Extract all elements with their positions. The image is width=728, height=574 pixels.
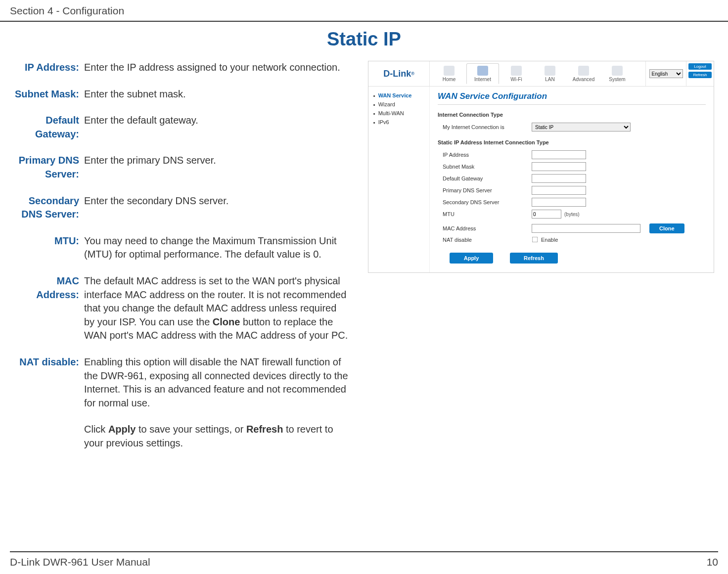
nat-enable-text: Enable: [541, 237, 558, 243]
sidebar: WAN Service Wizard Multi-WAN IPv6: [368, 87, 430, 272]
sidebar-item-multi-wan[interactable]: Multi-WAN: [373, 110, 425, 116]
action-row: Apply Refresh: [438, 253, 706, 264]
def-desc: You may need to change the Maximum Trans…: [83, 234, 348, 262]
label-nat-disable: NAT disable: [443, 237, 532, 243]
def-desc: Enter the subnet mask.: [83, 88, 348, 101]
apply-note: Click Apply to save your settings, or Re…: [84, 423, 348, 450]
reg-mark: ®: [411, 71, 414, 76]
bold-apply: Apply: [108, 424, 136, 435]
row-primary-dns: Primary DNS Server: [438, 186, 706, 195]
content-wrap: IP Address: Enter the IP address assigne…: [0, 61, 728, 463]
nav-label: System: [609, 77, 625, 82]
def-desc: Enter the IP address assigned to your ne…: [83, 61, 348, 75]
section-head-conn-type: Internet Connection Type: [438, 112, 706, 118]
advanced-icon: [578, 66, 589, 76]
label-primary-dns: Primary DNS Server: [443, 187, 532, 193]
def-term: MTU:: [12, 234, 83, 262]
def-desc: Enter the default gateway.: [83, 114, 348, 141]
lan-icon: [545, 66, 555, 76]
nav-label: Home: [443, 77, 456, 82]
definitions-list: IP Address: Enter the IP address assigne…: [12, 61, 348, 463]
refresh-button[interactable]: Refresh: [510, 253, 558, 264]
top-refresh-button[interactable]: Refresh: [688, 72, 712, 78]
def-desc: Enter the primary DNS server.: [83, 154, 348, 181]
def-default-gateway: Default Gateway: Enter the default gatew…: [12, 114, 348, 141]
primary-dns-input[interactable]: [532, 186, 586, 195]
screenshot-wrap: D-Link® Home Internet Wi-Fi: [348, 61, 716, 273]
def-term: MAC Address:: [12, 274, 83, 343]
default-gateway-input[interactable]: [532, 174, 586, 183]
label-secondary-dns: Secondary DNS Server: [443, 199, 532, 205]
nav-label: LAN: [545, 77, 554, 82]
row-mac-address: MAC Address Clone: [438, 223, 706, 233]
text: Click: [84, 424, 108, 435]
row-ip-address: IP Address: [438, 150, 706, 159]
def-subnet-mask: Subnet Mask: Enter the subnet mask.: [12, 88, 348, 101]
def-ip-address: IP Address: Enter the IP address assigne…: [12, 61, 348, 75]
label-mac-address: MAC Address: [443, 225, 532, 231]
home-icon: [444, 66, 455, 76]
nat-disable-checkbox[interactable]: [532, 237, 538, 243]
nav-internet[interactable]: Internet: [466, 63, 499, 84]
def-desc: Enabling this option will disable the NA…: [83, 355, 348, 450]
nav-home[interactable]: Home: [433, 63, 465, 84]
row-default-gateway: Default Gateway: [438, 174, 706, 183]
router-screenshot: D-Link® Home Internet Wi-Fi: [368, 61, 714, 273]
brand-text: D-Link: [383, 69, 411, 79]
def-term: IP Address:: [12, 61, 83, 75]
nav-label: Wi-Fi: [510, 77, 522, 82]
connection-type-select[interactable]: Static IP: [532, 123, 631, 132]
def-desc: Enter the secondary DNS server.: [83, 194, 348, 221]
sidebar-item-wizard[interactable]: Wizard: [373, 101, 425, 107]
clone-button[interactable]: Clone: [649, 223, 684, 233]
text: to save your settings, or: [136, 424, 246, 435]
language-select[interactable]: English: [649, 69, 683, 78]
def-term: NAT disable:: [12, 355, 83, 450]
panel-title: WAN Service Configuration: [438, 91, 706, 105]
def-term: Default Gateway:: [12, 114, 83, 141]
nav-wifi[interactable]: Wi-Fi: [500, 63, 533, 84]
label-ip-address: IP Address: [443, 152, 532, 158]
label-mtu: MTU: [443, 211, 532, 217]
footer-left: D-Link DWR-961 User Manual: [10, 556, 150, 568]
screenshot-body: WAN Service Wizard Multi-WAN IPv6 WAN Se…: [368, 87, 714, 272]
system-icon: [612, 66, 623, 76]
page-footer: D-Link DWR-961 User Manual 10: [10, 551, 718, 568]
label-default-gateway: Default Gateway: [443, 176, 532, 181]
apply-button[interactable]: Apply: [450, 253, 493, 264]
nav-label: Internet: [474, 77, 491, 82]
page-title: Static IP: [0, 29, 728, 50]
def-term: Primary DNS Server:: [12, 154, 83, 181]
nav-lan[interactable]: LAN: [534, 63, 566, 84]
ip-address-input[interactable]: [532, 150, 586, 159]
row-subnet-mask: Subnet Mask: [438, 162, 706, 171]
nav-advanced[interactable]: Advanced: [567, 63, 600, 84]
top-right-buttons: Logout Refresh: [686, 61, 714, 86]
def-term: Secondary DNS Server:: [12, 194, 83, 221]
section-head-static-ip: Static IP Address Internet Connection Ty…: [438, 139, 706, 145]
secondary-dns-input[interactable]: [532, 198, 586, 207]
def-secondary-dns: Secondary DNS Server: Enter the secondar…: [12, 194, 348, 221]
mtu-input[interactable]: [532, 210, 561, 219]
config-panel: WAN Service Configuration Internet Conne…: [430, 87, 714, 272]
row-conn-type: My Internet Connection is Static IP: [438, 123, 706, 132]
def-primary-dns: Primary DNS Server: Enter the primary DN…: [12, 154, 348, 181]
sidebar-item-wan-service[interactable]: WAN Service: [373, 92, 425, 98]
mac-address-input[interactable]: [532, 224, 640, 233]
subnet-mask-input[interactable]: [532, 162, 586, 171]
internet-icon: [477, 66, 488, 76]
label-subnet-mask: Subnet Mask: [443, 164, 532, 170]
def-nat-disable: NAT disable: Enabling this option will d…: [12, 355, 348, 450]
def-term: Subnet Mask:: [12, 88, 83, 101]
nav-label: Advanced: [573, 77, 594, 82]
row-secondary-dns: Secondary DNS Server: [438, 198, 706, 207]
brand-logo: D-Link®: [368, 61, 430, 86]
logout-button[interactable]: Logout: [688, 63, 712, 70]
section-header: Section 4 - Configuration: [0, 0, 728, 22]
nav-system[interactable]: System: [601, 63, 634, 84]
top-bar: D-Link® Home Internet Wi-Fi: [368, 61, 714, 87]
sidebar-item-ipv6[interactable]: IPv6: [373, 119, 425, 125]
mtu-unit: (bytes): [564, 212, 580, 217]
def-mtu: MTU: You may need to change the Maximum …: [12, 234, 348, 262]
def-desc: The default MAC address is set to the WA…: [83, 274, 348, 343]
